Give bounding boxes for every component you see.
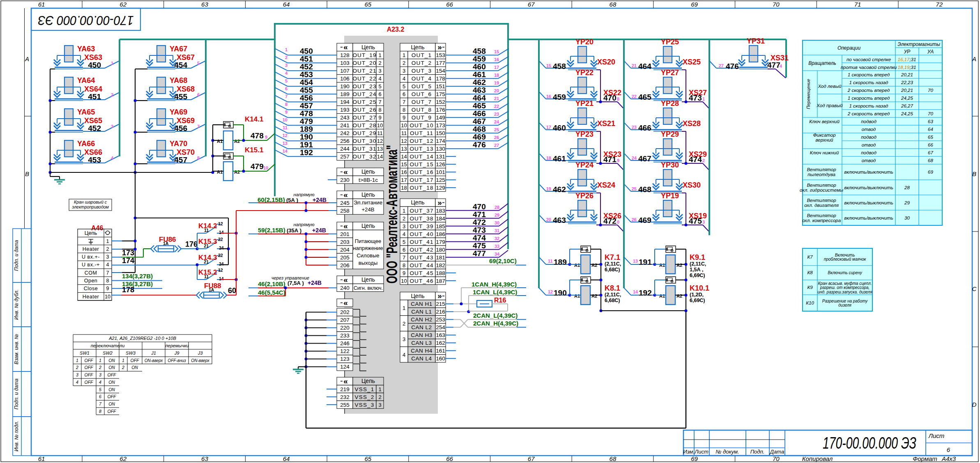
svg-text:Ход левый: Ход левый — [817, 84, 842, 89]
svg-text:Вращатель: Вращатель — [808, 60, 836, 66]
svg-text:472: 472 — [603, 217, 617, 225]
svg-text:Сигн. включ.: Сигн. включ. — [354, 285, 383, 291]
svg-text:А21, А26_Z109REG2 -10 0 +10В: А21, А26_Z109REG2 -10 0 +10В — [108, 336, 176, 341]
svg-text:257: 257 — [340, 154, 350, 160]
svg-text:«: « — [343, 167, 348, 176]
svg-text:458: 458 — [473, 47, 486, 55]
svg-text:183: 183 — [436, 208, 445, 214]
svg-text:29: 29 — [495, 213, 499, 218]
svg-text:24: 24 — [494, 119, 499, 124]
svg-text:0: 0 — [617, 220, 619, 225]
svg-text:K10.1: K10.1 — [690, 284, 709, 292]
svg-text:OUT_27: OUT_27 — [352, 115, 376, 121]
svg-text:1: 1 — [111, 61, 113, 66]
svg-text:479: 479 — [300, 117, 313, 126]
svg-text:YP23: YP23 — [575, 130, 594, 138]
svg-text:129: 129 — [436, 185, 445, 191]
svg-text:А2: А2 — [676, 263, 682, 268]
svg-text:XS64: XS64 — [84, 85, 102, 93]
svg-text:69: 69 — [928, 170, 933, 174]
svg-text:Лист: Лист — [928, 432, 945, 439]
svg-text:1 скорость вперед: 1 скорость вперед — [848, 72, 890, 77]
svg-text:11: 11 — [548, 259, 553, 264]
svg-text:OUT_16: OUT_16 — [409, 169, 433, 175]
svg-text:K8.1: K8.1 — [605, 284, 620, 292]
svg-text:напрямую: напрямую — [293, 222, 314, 227]
svg-text:XS21: XS21 — [597, 119, 615, 128]
svg-text:255: 255 — [340, 402, 350, 408]
svg-text:R16: R16 — [494, 297, 506, 304]
svg-text:»: » — [437, 43, 442, 51]
svg-text:K14.1: K14.1 — [245, 115, 263, 123]
svg-text:33: 33 — [495, 244, 499, 249]
svg-text:150: 150 — [436, 130, 445, 136]
svg-text:463: 463 — [553, 216, 566, 225]
svg-text:OUT_14: OUT_14 — [409, 154, 433, 160]
svg-text:против часовой стрелки: против часовой стрелки — [841, 65, 897, 70]
svg-text:OFF: OFF — [108, 372, 117, 377]
svg-text:190: 190 — [340, 83, 350, 89]
svg-text:«: « — [343, 190, 348, 199]
svg-text:А23.2: А23.2 — [387, 26, 405, 33]
svg-text:А2: А2 — [234, 139, 240, 144]
svg-text:А1: А1 — [574, 293, 580, 298]
svg-text:1CAN_L(4,39С): 1CAN_L(4,39С) — [473, 289, 517, 296]
svg-text:OFF: OFF — [108, 409, 117, 414]
svg-text:11: 11 — [204, 228, 209, 233]
svg-text:К10: К10 — [806, 300, 814, 305]
svg-text:173: 173 — [122, 249, 134, 257]
svg-text:3: 3 — [285, 63, 288, 68]
svg-text:4: 4 — [403, 231, 405, 237]
svg-text:454: 454 — [174, 61, 187, 69]
svg-text:«: « — [343, 298, 348, 307]
svg-text:68: 68 — [928, 158, 933, 163]
svg-text:450: 450 — [88, 61, 101, 69]
svg-text:К7: К7 — [807, 254, 813, 259]
svg-text:473: 473 — [473, 226, 486, 234]
svg-text:474: 474 — [689, 155, 702, 164]
svg-text:1: 1 — [403, 208, 405, 214]
svg-text:напрямую: напрямую — [293, 192, 314, 197]
svg-text:153: 153 — [436, 52, 445, 58]
svg-text:SW1: SW1 — [80, 351, 90, 355]
svg-text:70: 70 — [773, 1, 780, 8]
svg-text:3: 3 — [378, 68, 381, 74]
svg-text:1: 1 — [99, 358, 101, 363]
svg-text:2 скорость вперед: 2 скорость вперед — [847, 111, 890, 116]
svg-text:70: 70 — [928, 111, 933, 116]
svg-text:OUT_3: OUT_3 — [412, 68, 432, 74]
svg-text:YP29: YP29 — [661, 130, 679, 138]
svg-text:K15.1: K15.1 — [245, 146, 263, 154]
svg-text:192: 192 — [639, 289, 652, 297]
svg-text:122: 122 — [340, 348, 350, 354]
svg-text:включить/выключить: включить/выключить — [844, 215, 893, 220]
svg-text:151: 151 — [436, 83, 445, 89]
svg-text:выходы: выходы — [359, 260, 377, 266]
svg-text:Включить: Включить — [835, 253, 855, 257]
svg-text:17: 17 — [401, 177, 407, 183]
svg-text:16,17;31: 16,17;31 — [898, 57, 916, 62]
svg-text:67: 67 — [528, 455, 535, 462]
svg-text:перемычки: перемычки — [166, 343, 189, 348]
svg-text:YP24: YP24 — [575, 161, 594, 169]
svg-text:471: 471 — [473, 210, 486, 219]
svg-text:OUT_5: OUT_5 — [412, 83, 432, 89]
svg-text:8: 8 — [378, 107, 381, 113]
svg-text:65: 65 — [364, 455, 371, 462]
svg-text:245: 245 — [340, 200, 350, 206]
svg-text:9: 9 — [403, 115, 405, 121]
svg-text:Фиксатор: Фиксатор — [813, 133, 836, 138]
svg-text:(7,5А ): (7,5А ) — [288, 280, 304, 286]
svg-text:Лист: Лист — [694, 449, 709, 455]
svg-text:475: 475 — [473, 241, 486, 250]
svg-text:258: 258 — [340, 208, 350, 214]
svg-text:OUT_42: OUT_42 — [409, 247, 433, 253]
svg-text:469: 469 — [638, 216, 651, 225]
svg-text:4: 4 — [111, 156, 114, 160]
svg-text:27: 27 — [719, 63, 724, 68]
svg-text:OFF: OFF — [85, 380, 94, 385]
svg-text:1: 1 — [76, 358, 78, 363]
svg-text:OUT_23: OUT_23 — [352, 83, 376, 89]
svg-text:CAN L3: CAN L3 — [411, 340, 432, 346]
svg-text:455: 455 — [300, 86, 313, 94]
